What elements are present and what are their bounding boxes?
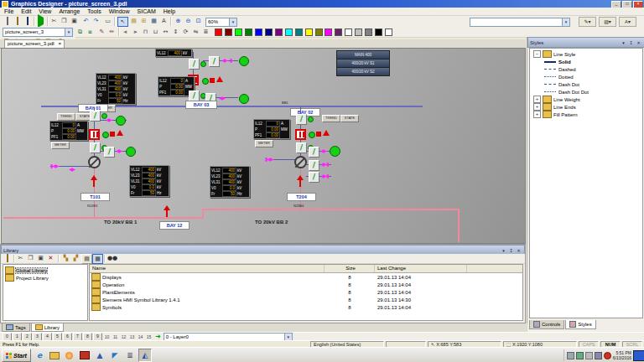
print-icon[interactable]: ▭ (103, 17, 112, 25)
meter-button[interactable]: METER (255, 140, 273, 147)
bay03-label[interactable]: BAY 03 (185, 101, 217, 109)
layer-button[interactable]: 15 (145, 334, 153, 340)
table-row[interactable]: Operation 8 29.01.13 14:04 (90, 281, 522, 288)
save-icon[interactable] (23, 17, 32, 25)
layer-button[interactable]: 11 (112, 334, 119, 340)
small-icons-icon[interactable]: ▞ (71, 254, 80, 262)
title-bar[interactable]: Graphics Designer - picture_screen_3.pdl… (0, 0, 644, 8)
tray-messenger-icon[interactable] (576, 352, 584, 359)
layer-button[interactable]: 10 (103, 334, 111, 340)
panel-close-icon[interactable]: ✕ (515, 247, 522, 254)
cut-icon[interactable]: ✂ (16, 254, 25, 262)
palette-swatch[interactable] (285, 28, 293, 36)
table-row[interactable]: Displays 8 29.01.13 14:04 (90, 273, 522, 281)
tree-group-fill-pattern[interactable]: + Fill Pattern (533, 111, 642, 118)
panel-menu-icon[interactable]: ▾ (620, 39, 627, 46)
tray-display-icon[interactable] (595, 352, 602, 359)
zoom-window-icon[interactable]: ⊡ (194, 17, 203, 25)
paste-icon[interactable]: ▣ (36, 254, 45, 262)
sicam-tool-icon[interactable]: ◤ (108, 349, 122, 362)
tab-controls[interactable]: Controls (529, 320, 564, 329)
panel-close-icon[interactable]: ✕ (635, 39, 642, 46)
media-player-icon[interactable] (63, 349, 76, 362)
busbar-20kv-2[interactable] (202, 209, 459, 210)
large-icons-icon[interactable]: ▚ (61, 254, 70, 262)
palette-swatch[interactable] (355, 28, 362, 36)
font-tool-icon[interactable]: A (159, 17, 169, 25)
palette-swatch[interactable] (305, 28, 313, 36)
tree-item-global-library[interactable]: Global Library (3, 266, 87, 274)
runtime-icon[interactable] (36, 17, 45, 25)
rotate-icon[interactable]: ⟳ (181, 28, 190, 36)
circuit-breaker-icon[interactable] (295, 129, 306, 140)
tab-styles[interactable]: Styles (565, 320, 595, 329)
tree-group-line-style[interactable]: − Line Style (533, 50, 642, 58)
palette-swatch[interactable] (385, 28, 392, 36)
tab-library[interactable]: Library (31, 323, 64, 332)
busbar-20kv-1[interactable] (3, 217, 203, 219)
graphics-designer-task-icon[interactable]: ◭ (138, 349, 152, 362)
pen-color-picker[interactable]: ✎▾ (579, 17, 596, 27)
red-app-icon[interactable] (78, 349, 91, 362)
disconnector-icon[interactable]: / (309, 172, 319, 183)
nav-button-s2[interactable]: 400/20 kV S2 (336, 67, 390, 76)
delete-icon[interactable]: ✕ (46, 254, 55, 262)
select-tool-icon[interactable]: ↖ (117, 17, 128, 27)
disconnector-icon[interactable]: / (189, 59, 200, 70)
collapse-icon[interactable]: − (533, 50, 541, 58)
tab-close-icon[interactable]: × (58, 41, 61, 46)
same-height-icon[interactable]: ↕ (171, 28, 180, 36)
same-width-icon[interactable]: ↔ (161, 28, 170, 36)
task-list-icon[interactable]: ≣ (123, 349, 137, 362)
menu-tools[interactable]: Tools (87, 8, 101, 14)
table-header[interactable]: Name Size Last Change (90, 265, 522, 273)
mirror-icon[interactable]: ⇋ (191, 28, 200, 36)
zoom-out-icon[interactable]: ⊖ (184, 17, 193, 25)
tab-tags[interactable]: Tags (2, 323, 30, 332)
tree-item-dash-dot-dot[interactable]: Dash Dot Dot (533, 88, 642, 96)
tree-group-line-ends[interactable]: + Line Ends (533, 103, 642, 111)
trend-button[interactable]: TREND (322, 115, 340, 122)
tray-network-icon[interactable] (567, 352, 574, 359)
redo-icon[interactable]: ↷ (91, 17, 101, 25)
fill-color-picker[interactable]: ▨▾ (599, 17, 616, 27)
explorer-folder-icon[interactable] (48, 349, 61, 362)
start-button[interactable]: Start (2, 349, 31, 362)
tree-group-line-weight[interactable]: + Line Weight (533, 96, 642, 103)
menu-window[interactable]: Window (109, 8, 130, 14)
menu-sicam[interactable]: SICAM (138, 8, 156, 14)
transformer-icon[interactable] (88, 156, 101, 168)
palette-swatch[interactable] (325, 28, 332, 36)
table-row[interactable]: Siemens HMI Symbol Library 1.4.1 8 29.01… (90, 296, 522, 303)
layer-button[interactable]: 14 (137, 334, 144, 340)
find-icon[interactable]: ●● (107, 254, 117, 262)
expand-icon[interactable]: + (533, 96, 541, 103)
disconnector-icon[interactable]: / (309, 147, 319, 158)
expand-icon[interactable]: + (533, 111, 541, 118)
drawing-canvas[interactable]: BB1 MAIN 400 400/20 kV S1 400/20 kV S2 V… (1, 48, 526, 244)
pen-style-icon[interactable]: ✎ (97, 28, 106, 36)
tray-error-icon[interactable] (604, 352, 611, 359)
table-row[interactable]: Symbols 8 29.01.13 14:04 (90, 303, 522, 311)
details-view-icon[interactable]: ▦ (92, 254, 103, 264)
table-row[interactable]: PlantElements 8 29.01.13 14:04 (90, 288, 522, 296)
palette-swatch[interactable] (255, 28, 262, 36)
tree-item-project-library[interactable]: Project Library (3, 274, 87, 282)
palette-swatch[interactable] (315, 28, 323, 36)
disconnector-icon[interactable]: / (309, 160, 319, 171)
disconnector-icon[interactable]: / (296, 142, 307, 153)
object-palette-icon[interactable]: ▦ (149, 17, 158, 25)
layer-button[interactable]: 12 (120, 334, 127, 340)
palette-swatch[interactable] (225, 28, 232, 36)
tree-item-dash-dot[interactable]: Dash Dot (533, 80, 642, 88)
transformer-icon[interactable] (294, 156, 307, 168)
palette-swatch[interactable] (265, 28, 273, 36)
palette-swatch[interactable] (335, 28, 342, 36)
panel-pin-icon[interactable]: ↧ (627, 39, 635, 46)
zoom-in-icon[interactable]: ⊕ (174, 17, 183, 25)
circuit-breaker-icon[interactable] (89, 129, 100, 140)
undo-icon[interactable]: ↶ (81, 17, 91, 25)
styles-panel-header[interactable]: Styles ▾ ↧ ✕ (527, 37, 644, 48)
align-bottom-icon[interactable]: ⊔ (151, 28, 160, 36)
expand-icon[interactable]: + (533, 103, 541, 111)
